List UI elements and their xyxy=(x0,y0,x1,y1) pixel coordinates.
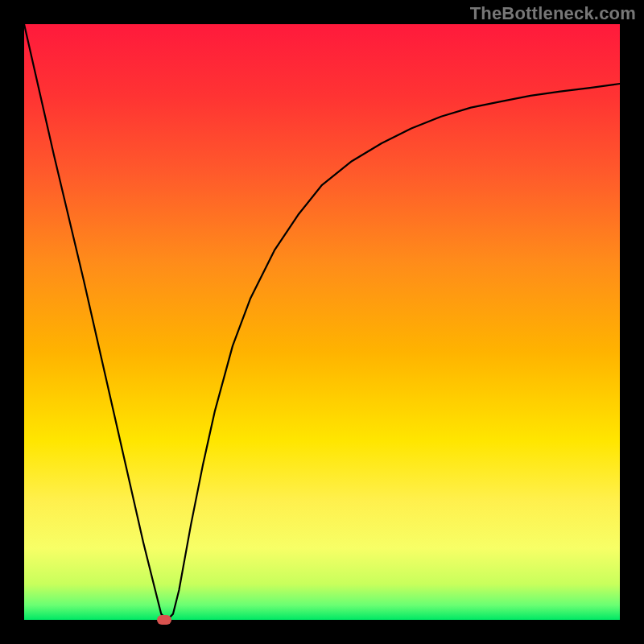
plot-svg xyxy=(24,24,620,620)
gradient-background xyxy=(24,24,620,620)
chart-stage: TheBottleneck.com xyxy=(0,0,644,644)
minimum-marker xyxy=(157,615,171,625)
plot-frame xyxy=(24,24,620,620)
watermark-text: TheBottleneck.com xyxy=(470,3,636,24)
